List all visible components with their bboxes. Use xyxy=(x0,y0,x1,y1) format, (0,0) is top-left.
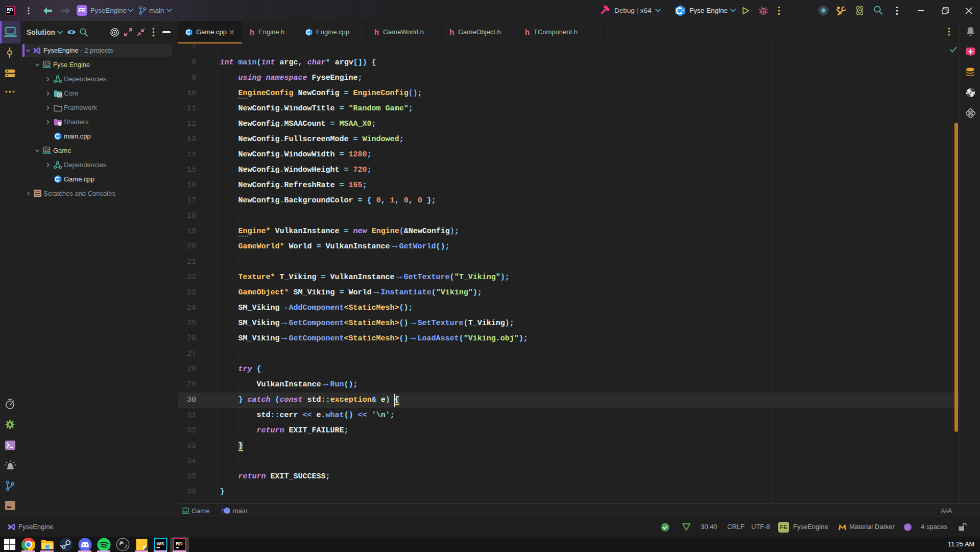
svg-text:RD: RD xyxy=(176,540,183,546)
svg-text:C+: C+ xyxy=(45,62,50,65)
svg-text:WS: WS xyxy=(157,540,164,546)
svg-text:C+: C+ xyxy=(45,148,50,151)
